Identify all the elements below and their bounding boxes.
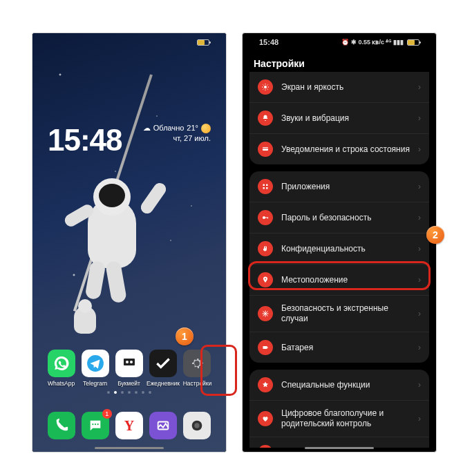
wallpaper [32,33,226,452]
page-indicator[interactable] [32,391,226,394]
dock-messages[interactable]: 1 [79,412,111,439]
row-display[interactable]: Экран и яркость › [249,72,429,102]
bookmate-icon [115,350,143,377]
row-notifications[interactable]: Уведомления и строка состояния › [249,133,429,164]
svg-point-4 [92,423,93,425]
key-icon [258,210,273,225]
gesture-bar[interactable] [305,447,374,449]
row-apps[interactable]: Приложения › [249,171,429,202]
weather-date: чт, 27 июл. [143,133,211,144]
svg-point-6 [97,423,98,425]
whatsapp-icon [48,350,75,377]
asterisk-icon [258,306,273,321]
row-sound[interactable]: Звуки и вибрация › [249,102,429,133]
svg-rect-21 [267,347,268,348]
gallery-icon [149,412,177,439]
row-additional[interactable]: Дополнительные настройки › [249,437,429,448]
svg-rect-14 [266,184,268,187]
svg-rect-11 [263,147,268,151]
svg-rect-1 [124,359,135,365]
svg-rect-20 [263,346,267,349]
svg-point-3 [130,361,133,363]
chevron-right-icon: › [418,309,421,318]
app-whatsapp[interactable]: WhatsApp [45,350,77,387]
sun-icon [258,79,273,95]
notification-icon [258,142,273,157]
dock-camera[interactable] [181,412,214,439]
star-icon [258,377,273,392]
row-location[interactable]: Местоположение › [249,264,429,295]
svg-rect-13 [263,184,265,187]
step-badge-2: 2 [426,226,444,244]
chevron-right-icon: › [418,144,421,154]
camera-icon [183,412,211,439]
phone-icon [48,412,75,439]
svg-point-2 [126,361,129,363]
heart-icon [258,411,273,426]
astronaut-illustration [67,171,164,310]
step-badge-1: 1 [176,327,193,345]
message-icon: 1 [82,412,109,439]
status-time: 15:48 [259,38,278,46]
svg-rect-16 [266,187,268,189]
dock-gallery[interactable] [147,412,180,439]
status-indicators: ⏰ ✱ 0.55 ᴋʙ/с ⁴ᴳ ▮▮▮ [341,39,419,46]
weather-icon [201,124,211,133]
svg-rect-12 [263,148,268,149]
svg-point-10 [264,86,267,88]
badge: 1 [102,409,112,419]
chevron-right-icon: › [418,244,421,254]
row-privacy[interactable]: Конфиденциальность › [249,233,429,264]
battery-icon [407,39,419,46]
app-row: WhatsApp Telegram Букмейт Ежедневник Нас… [32,350,226,387]
clock-widget[interactable]: 15:48 [48,123,122,158]
phone-settings-screen: 15:48 ⏰ ✱ 0.55 ᴋʙ/с ⁴ᴳ ▮▮▮ Настройки Экр… [242,32,437,453]
chevron-right-icon: › [418,82,421,92]
chevron-right-icon: › [418,380,421,390]
app-telegram[interactable]: Telegram [79,350,111,387]
app-bookmate[interactable]: Букмейт [113,350,145,387]
row-emergency[interactable]: Безопасность и экстренные случаи › [249,295,429,332]
more-icon [258,445,273,448]
row-battery[interactable]: Батарея › [249,332,429,363]
svg-point-5 [95,423,96,425]
battery-icon [197,39,209,46]
chevron-right-icon: › [418,343,421,352]
yandex-icon: Y [115,412,143,439]
bell-icon [258,111,273,126]
chevron-right-icon: › [418,182,421,191]
dock: 1 Y [32,412,226,439]
svg-rect-15 [263,187,265,189]
chevron-right-icon: › [418,414,421,423]
hand-icon [258,241,273,256]
telegram-icon [82,350,109,377]
location-icon [258,272,273,287]
app-settings[interactable]: Настройки [181,350,214,387]
chevron-right-icon: › [418,113,421,123]
svg-point-9 [195,423,200,428]
svg-point-17 [263,216,265,219]
gesture-bar[interactable] [95,447,164,449]
dock-phone[interactable] [45,412,77,439]
checkmark-icon [149,350,177,377]
page-title: Настройки [243,51,436,75]
phone-home-screen: 15:48 ⏰ ✱ 0.55 ᴋʙ/с ⁴ᴳ ▮▮▮ 15:48 ☁ Облач… [32,32,227,453]
app-daily[interactable]: Ежедневник [147,350,180,387]
dock-yandex[interactable]: Y [113,412,145,439]
status-bar: 15:48 ⏰ ✱ 0.55 ᴋʙ/с ⁴ᴳ ▮▮▮ [243,33,436,51]
weather-widget[interactable]: ☁ Облачно 21° чт, 27 июл. [143,123,211,144]
chevron-right-icon: › [418,275,421,285]
small-astronaut-illustration [74,306,96,334]
row-special[interactable]: Специальные функции › [249,370,429,400]
row-security[interactable]: Пароль и безопасность › [249,202,429,233]
gear-icon [183,350,211,377]
settings-list[interactable]: Экран и яркость › Звуки и вибрация › Уве… [243,72,436,448]
row-wellbeing[interactable]: Цифровое благополучие и родительский кон… [249,400,429,437]
apps-icon [258,179,273,194]
chevron-right-icon: › [418,213,421,222]
battery-icon [258,340,273,355]
svg-rect-19 [267,218,268,219]
